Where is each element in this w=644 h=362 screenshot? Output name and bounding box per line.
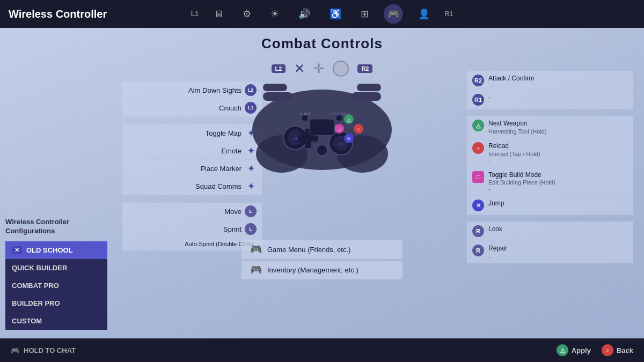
attack-label: Attack / Confirm [488,74,534,83]
nav-r1-label: R1 [445,10,453,18]
binding-crouch: Crouch L1 [122,99,262,117]
svg-text:R3: R3 [339,142,343,146]
svg-rect-5 [352,92,381,101]
svg-rect-6 [357,84,381,91]
sidebar-label-text: Wireless ControllerConfigurations [5,218,69,235]
config-item-old-school[interactable]: ✕ OLD SCHOOL [5,241,107,259]
emote-label: Emote [221,147,241,155]
r2-badge-attack: R2 [472,75,484,86]
lstick-badge-sprint: L [245,223,257,235]
top-bar: Wireless Controller L1 🖥 ⚙ ☀ 🔊 ♿ ⊞ 🎮 👤 R… [0,0,644,28]
aim-down-sights-label: Aim Down Sights [188,86,241,94]
top-nav: L1 🖥 ⚙ ☀ 🔊 ♿ ⊞ 🎮 👤 R1 [191,4,453,24]
game-menu-binding: 🎮 Game Menu (Friends, etc.) [241,240,402,259]
combat-pro-label: COMBAT PRO [12,282,59,290]
old-school-label: OLD SCHOOL [26,246,73,254]
nav-settings-icon[interactable]: ⚙ [238,6,255,22]
jump-label: Jump [488,199,504,208]
place-marker-label: Place Marker [200,165,241,173]
nav-l1-label: L1 [191,10,199,18]
nav-sound-icon[interactable]: 🔊 [294,6,314,22]
apply-action[interactable]: △ Apply [557,344,591,356]
config-item-quick-builder[interactable]: QUICK BUILDER [5,259,107,277]
config-item-combat-pro[interactable]: COMBAT PRO [5,277,107,294]
svg-rect-21 [310,119,334,135]
binding-aim-down-sights: Aim Down Sights L2 [122,82,262,99]
nav-user-icon[interactable]: 👤 [414,6,434,22]
lstick-badge-move: L [245,205,257,217]
chat-controller-icon: 🎮 [11,346,19,354]
bottom-bar: 🎮 HOLD TO CHAT △ Apply ○ Back [0,338,644,362]
build-dash: - [488,186,555,192]
look-label: Look [488,225,502,234]
triangle-apply-icon: △ [557,344,568,356]
sidebar-config-label: Wireless ControllerConfigurations [5,218,118,236]
svg-text:✕: ✕ [347,136,351,142]
controller-svg: △ ○ □ ✕ SHARE OPTIONS L3 R3 [247,60,397,173]
controller-illustration: △ ○ □ ✕ SHARE OPTIONS L3 R3 [247,60,397,178]
nav-accessibility-icon[interactable]: ♿ [325,6,346,22]
sidebar: Wireless ControllerConfigurations ✕ OLD … [0,28,118,338]
back-action[interactable]: ○ Back [602,344,633,356]
binding-move: Move L [122,203,262,220]
config-item-custom[interactable]: CUSTOM [5,312,107,330]
crouch-label: Crouch [219,104,241,112]
bottom-actions: △ Apply ○ Back [557,344,633,356]
x-badge: ✕ [12,246,22,254]
svg-rect-3 [263,92,292,101]
hold-chat-label: HOLD TO CHAT [24,346,76,354]
quick-builder-label: QUICK BUILDER [12,264,67,272]
binding-emote: Emote ✦ [122,142,262,160]
repair-dash: - [488,253,507,260]
custom-label: CUSTOM [12,317,42,325]
build-mode-label: Toggle Build Mode [488,171,555,180]
r1-badge: R1 [472,94,484,106]
triangle-badge-weapon: △ [472,120,484,131]
builder-pro-label: BUILDER PRO [12,299,60,307]
nav-controller-icon[interactable]: 🎮 [384,4,403,24]
binding-repair: R Repair - [467,241,633,263]
next-weapon-label: Next Weapon [488,119,547,128]
svg-text:□: □ [338,127,341,132]
reload-label: Reload [488,142,540,151]
svg-text:△: △ [347,117,351,122]
inventory-binding: 🎮 Inventory (Management, etc.) [241,261,402,279]
config-list: ✕ OLD SCHOOL QUICK BUILDER COMBAT PRO BU… [5,241,107,330]
rstick-badge-repair: R [472,245,484,256]
circle-badge-reload: ○ [472,142,484,154]
rstick-badge-look: R [472,225,484,237]
svg-rect-12 [298,135,318,142]
binding-toggle-map: Toggle Map ✦ [122,124,262,142]
binding-squad-comms: Squad Comms ✦ [122,178,262,195]
hold-to-chat: 🎮 HOLD TO CHAT [11,346,76,354]
bottom-bindings: 🎮 Game Menu (Friends, etc.) 🎮 Inventory … [241,240,402,279]
binding-place-marker: Place Marker ✦ [122,160,262,178]
share-icon: 🎮 [250,243,262,255]
inventory-label: Inventory (Management, etc.) [267,266,358,274]
harvesting-sub: Harvesting Tool (Hold) [488,128,547,135]
nav-network-icon[interactable]: ⊞ [356,6,373,22]
right-bindings-panel: R2 Attack / Confirm R1 - △ Next Weapon H… [467,71,633,263]
binding-r1: R1 - [467,90,633,109]
left-bindings-panel: Aim Down Sights L2 Crouch L1 Toggle Map … [122,82,262,250]
game-menu-label: Game Menu (Friends, etc.) [267,246,350,254]
back-label: Back [617,346,633,354]
svg-point-24 [317,145,327,156]
move-label: Move [224,208,241,216]
binding-sprint: Sprint L [122,220,262,238]
r1-label: - [488,93,491,102]
interact-sub: Interact (Tap / Hold) [488,151,540,157]
sprint-label: Sprint [223,225,241,233]
config-item-builder-pro[interactable]: BUILDER PRO [5,294,107,312]
dpad-badge-squad: ✦ [245,180,257,192]
binding-next-weapon: △ Next Weapon Harvesting Tool (Hold) [467,116,633,138]
edit-building-sub: Edit Building Piece (Hold) [488,179,555,186]
binding-build-mode: □ Toggle Build Mode Edit Building Piece … [467,167,633,196]
options-icon: 🎮 [250,264,262,276]
nav-brightness-icon[interactable]: ☀ [266,6,283,22]
nav-monitor-icon[interactable]: 🖥 [209,6,228,22]
svg-text:○: ○ [357,127,360,132]
svg-text:SHARE: SHARE [298,112,311,116]
binding-reload: ○ Reload Interact (Tap / Hold) - [467,138,633,167]
binding-look: R Look [467,221,633,241]
